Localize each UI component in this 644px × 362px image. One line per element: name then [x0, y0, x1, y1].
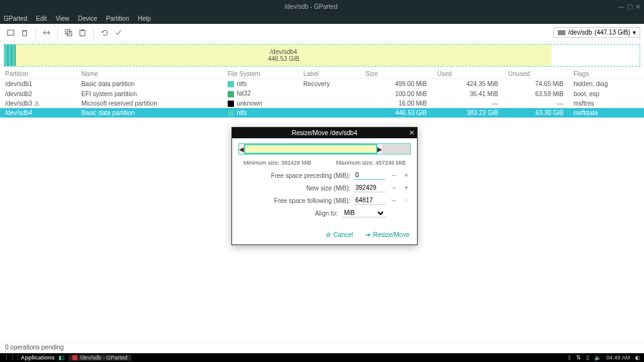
menu-gparted[interactable]: GParted — [4, 15, 27, 22]
volume-icon[interactable]: 🔈 — [594, 354, 601, 361]
table-row[interactable]: /dev/sdb1Basic data partition ntfsRecove… — [0, 79, 644, 89]
apply-arrow-icon: ➔ — [365, 231, 370, 238]
newsize-label: New size (MiB): — [238, 185, 350, 192]
taskbar: ⋮⋮⋮ Applications ▮▯ /dev/sdb - GParted ᛒ… — [0, 353, 644, 362]
window-title: /dev/sdb - GParted — [4, 3, 618, 10]
applications-menu-icon[interactable]: ⋮⋮⋮ — [4, 354, 21, 361]
col-label[interactable]: Label — [298, 69, 360, 79]
diskmap-part-size: 446.53 GiB — [268, 55, 299, 62]
window-maximize-button[interactable]: ▢ — [627, 3, 633, 10]
svg-rect-4 — [81, 30, 84, 31]
menu-edit[interactable]: Edit — [36, 15, 47, 22]
resize-used-region[interactable] — [244, 144, 377, 154]
col-used[interactable]: Used — [432, 69, 503, 79]
cancel-icon: ⊘ — [326, 231, 331, 238]
task-label: /dev/sdb - GParted — [80, 354, 128, 361]
following-input[interactable] — [354, 196, 386, 205]
col-flags[interactable]: Flags — [569, 69, 644, 79]
menu-view[interactable]: View — [55, 15, 69, 22]
resize-visualizer[interactable]: ◀ ▶ — [238, 143, 411, 155]
cancel-button[interactable]: ⊘ Cancel — [326, 231, 353, 238]
fs-swatch — [228, 110, 234, 116]
menu-device[interactable]: Device — [78, 15, 97, 22]
user-menu-icon[interactable]: ◐ — [635, 354, 640, 361]
col-unused[interactable]: Unused — [503, 69, 569, 79]
preceding-label: Free space preceding (MiB): — [238, 172, 350, 179]
min-size-label: Minimum size: 392429 MiB — [243, 160, 311, 166]
col-name[interactable]: Name — [76, 69, 223, 79]
toolbar: /dev/sdb (447.13 GiB) ▾ — [0, 24, 644, 41]
bluetooth-icon[interactable]: ᛒ — [568, 354, 571, 361]
dialog-close-button[interactable]: ✕ — [409, 129, 414, 137]
resize-move-icon[interactable] — [40, 26, 53, 40]
align-select[interactable]: MiB — [341, 209, 386, 217]
fs-swatch — [228, 81, 234, 87]
table-row[interactable]: /dev/sdb3 ⚠Microsoft reserved partition … — [0, 99, 644, 108]
newsize-plus[interactable]: + — [402, 184, 411, 192]
gparted-task-icon — [72, 355, 77, 360]
fs-swatch — [228, 101, 234, 107]
following-plus[interactable]: + — [402, 196, 411, 205]
newsize-input[interactable] — [354, 184, 386, 192]
disk-map[interactable]: /dev/sdb4 446.53 GiB — [4, 44, 640, 67]
apply-icon[interactable] — [111, 26, 125, 40]
copy-icon[interactable] — [62, 26, 75, 40]
window-close-button[interactable]: ✕ — [635, 3, 640, 10]
svg-rect-0 — [8, 30, 14, 35]
max-size-label: Maximum size: 457246 MiB — [336, 160, 406, 166]
following-label: Free space following (MiB): — [238, 197, 350, 204]
partition-table: Partition Name File System Label Size Us… — [0, 69, 644, 118]
col-filesystem[interactable]: File System — [223, 69, 299, 79]
workspace-switcher[interactable]: ▮▯ — [58, 354, 65, 361]
newsize-minus[interactable]: − — [389, 184, 398, 192]
preceding-plus[interactable]: + — [402, 171, 411, 180]
preceding-minus[interactable]: − — [389, 171, 398, 180]
diskmap-part-sdb4[interactable]: /dev/sdb4 446.53 GiB — [16, 45, 552, 66]
menu-help[interactable]: Help — [138, 15, 151, 22]
device-selector[interactable]: /dev/sdb (447.13 GiB) ▾ — [553, 27, 640, 38]
window-minimize-button[interactable]: — — [618, 3, 625, 10]
preceding-input[interactable] — [354, 171, 386, 180]
new-partition-icon[interactable] — [4, 26, 18, 40]
paste-icon[interactable] — [75, 26, 89, 40]
following-minus[interactable]: − — [389, 196, 398, 205]
chevron-down-icon: ▾ — [633, 29, 636, 36]
warning-icon: ⚠ — [34, 100, 40, 107]
table-row[interactable]: /dev/sdb2EFI system partition fat32100.0… — [0, 89, 644, 98]
svg-rect-3 — [80, 30, 85, 36]
resize-following-region[interactable] — [382, 144, 410, 154]
applications-menu[interactable]: Applications — [21, 354, 55, 361]
dialog-titlebar[interactable]: Resize/Move /dev/sdb4 ✕ — [232, 128, 417, 138]
window-titlebar: /dev/sdb - GParted — ▢ ✕ — [0, 0, 644, 13]
resize-handle-right[interactable]: ▶ — [377, 144, 382, 154]
fs-swatch — [228, 91, 234, 97]
clock[interactable]: 04:49 AM — [606, 354, 630, 361]
network-icon[interactable]: ⇅ — [576, 354, 581, 361]
col-size[interactable]: Size — [360, 69, 431, 79]
table-row[interactable]: /dev/sdb4Basic data partition ntfs446.53… — [0, 108, 644, 118]
device-label: /dev/sdb — [568, 29, 592, 36]
col-partition[interactable]: Partition — [0, 69, 76, 79]
device-size: (447.13 GiB) — [594, 29, 630, 36]
status-bar: 0 operations pending — [0, 342, 644, 353]
battery-icon[interactable]: ▯ — [586, 354, 589, 361]
undo-icon[interactable] — [97, 26, 111, 40]
resize-handle-left[interactable]: ◀ — [239, 144, 244, 154]
menu-partition[interactable]: Partition — [106, 15, 130, 22]
resize-move-dialog: Resize/Move /dev/sdb4 ✕ ◀ ▶ Minimum size… — [231, 127, 418, 245]
disk-icon — [558, 30, 565, 35]
status-text: 0 operations pending — [5, 344, 64, 351]
diskmap-part-label: /dev/sdb4 — [270, 48, 297, 55]
task-gparted[interactable]: /dev/sdb - GParted — [69, 354, 131, 361]
resize-move-button[interactable]: ➔ Resize/Move — [365, 231, 409, 238]
align-label: Align to: — [238, 210, 338, 217]
diskmap-free-space[interactable] — [552, 45, 640, 66]
dialog-title: Resize/Move /dev/sdb4 — [292, 129, 357, 136]
menubar: GParted Edit View Device Partition Help — [0, 13, 644, 24]
delete-icon[interactable] — [18, 26, 31, 40]
